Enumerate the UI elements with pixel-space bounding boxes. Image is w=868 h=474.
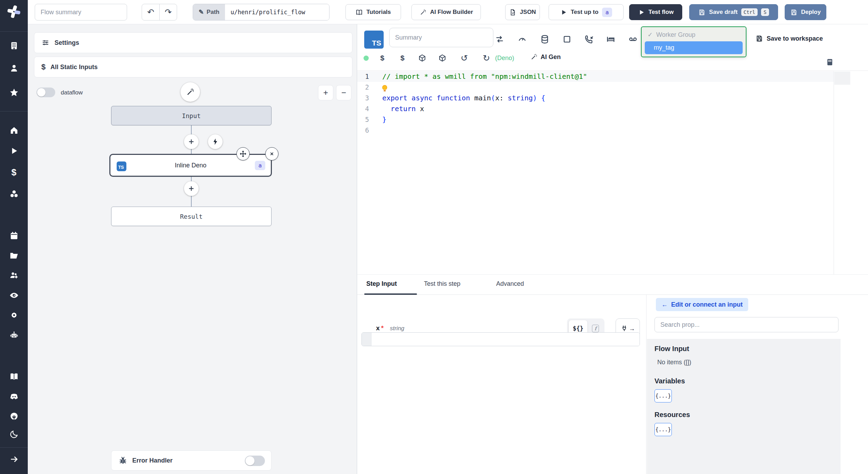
error-handler-card[interactable]: Error Handler bbox=[111, 450, 272, 471]
json-button[interactable]: JSON bbox=[505, 4, 540, 20]
docs-book-icon[interactable] bbox=[6, 368, 22, 385]
plug-icon bbox=[620, 325, 628, 332]
ai-flow-builder-button[interactable]: AI Flow Builder bbox=[411, 4, 481, 20]
workers-robot-icon[interactable] bbox=[6, 327, 22, 343]
dark-mode-moon-icon[interactable] bbox=[6, 426, 22, 442]
settings-gear-icon[interactable] bbox=[6, 307, 22, 323]
result-node-label: Result bbox=[180, 213, 202, 220]
active-tab-underline bbox=[364, 293, 417, 295]
user-icon[interactable] bbox=[6, 60, 22, 76]
path-value-input[interactable] bbox=[225, 4, 329, 20]
cache-database-icon[interactable] bbox=[539, 33, 551, 45]
package-icon[interactable] bbox=[416, 52, 428, 64]
editor-header-divider bbox=[357, 70, 868, 71]
early-stop-square-icon[interactable] bbox=[561, 33, 573, 45]
folders-icon[interactable] bbox=[6, 247, 22, 264]
ai-wand-button[interactable] bbox=[181, 82, 200, 102]
path-label: Path bbox=[207, 9, 219, 16]
reload-icon[interactable]: ↻ bbox=[481, 52, 492, 64]
favorites-star-icon[interactable] bbox=[6, 84, 22, 101]
tutorials-button[interactable]: Tutorials bbox=[345, 4, 401, 20]
variable-dollar-icon[interactable]: $ bbox=[397, 52, 408, 64]
save-to-workspace-button[interactable]: Save to workspace bbox=[756, 35, 823, 42]
save-icon bbox=[756, 35, 763, 42]
trigger-bolt-button[interactable] bbox=[208, 134, 223, 149]
delete-step-button[interactable] bbox=[265, 147, 278, 160]
search-prop-input[interactable] bbox=[654, 317, 838, 332]
deploy-button[interactable]: Deploy bbox=[785, 4, 826, 20]
discord-icon[interactable] bbox=[6, 388, 22, 405]
library-book-icon[interactable] bbox=[824, 56, 836, 68]
mock-pipe-icon[interactable] bbox=[627, 33, 639, 45]
ai-gen-button[interactable]: AI Gen bbox=[530, 53, 561, 61]
flow-summary-input[interactable] bbox=[35, 4, 127, 20]
zoom-out-button[interactable]: − bbox=[336, 85, 351, 100]
expand-sidebar-arrow-icon[interactable] bbox=[6, 451, 22, 467]
worker-group-dropdown: ✓ Worker Group my_tag bbox=[641, 26, 746, 57]
required-asterisk: * bbox=[381, 324, 384, 332]
zoom-in-button[interactable]: + bbox=[318, 85, 333, 100]
step-summary-input[interactable] bbox=[389, 28, 493, 47]
workspace-building-icon[interactable] bbox=[6, 37, 22, 54]
sleep-bed-icon[interactable] bbox=[604, 33, 617, 45]
arrow-right-icon: → bbox=[629, 325, 635, 332]
all-static-inputs-button[interactable]: $ All Static Inputs bbox=[34, 57, 352, 77]
worker-group-option-selected[interactable]: my_tag bbox=[645, 41, 743, 54]
insert-step-button[interactable] bbox=[184, 181, 199, 196]
edit-or-connect-button[interactable]: ← Edit or connect an input bbox=[656, 298, 748, 311]
move-step-handle[interactable] bbox=[236, 147, 250, 160]
variables-dollar-icon[interactable]: $ bbox=[6, 164, 22, 181]
suspend-phone-icon[interactable] bbox=[583, 33, 595, 45]
error-handler-toggle[interactable] bbox=[245, 456, 265, 466]
audit-eye-icon[interactable] bbox=[6, 287, 22, 303]
dataflow-toggle[interactable] bbox=[36, 88, 55, 97]
undo-button[interactable]: ↶ bbox=[142, 4, 159, 20]
insert-step-button[interactable] bbox=[184, 134, 199, 149]
concurrency-gauge-icon[interactable] bbox=[516, 33, 528, 45]
resources-heading: Resources bbox=[654, 411, 690, 419]
input-node[interactable]: Input bbox=[111, 106, 272, 125]
inline-deno-label: Inline Deno bbox=[175, 162, 206, 169]
deno-runtime-label[interactable]: (Deno) bbox=[495, 55, 514, 62]
test-up-to-button[interactable]: Test up to a bbox=[549, 4, 624, 20]
groups-settings-icon[interactable] bbox=[6, 267, 22, 283]
resources-braces-chip[interactable]: {...} bbox=[654, 423, 672, 436]
schedules-calendar-icon[interactable] bbox=[6, 227, 22, 244]
runs-play-icon[interactable] bbox=[6, 142, 22, 159]
field-value-input[interactable] bbox=[372, 333, 640, 346]
path-dollar-icon[interactable]: $ bbox=[376, 52, 388, 64]
redo-button[interactable]: ↷ bbox=[159, 4, 177, 20]
flow-settings-button[interactable]: Settings bbox=[34, 32, 352, 53]
path-chip[interactable]: ✎ Path bbox=[193, 4, 225, 20]
windmill-logo[interactable] bbox=[6, 3, 22, 20]
worker-group-header-label: Worker Group bbox=[656, 31, 695, 39]
package-icon[interactable] bbox=[436, 52, 448, 64]
history-icon[interactable]: ↺ bbox=[458, 52, 470, 64]
result-node[interactable]: Result bbox=[111, 207, 272, 226]
save-draft-button[interactable]: Save draft Ctrl S bbox=[689, 4, 778, 20]
field-grip[interactable] bbox=[362, 333, 372, 346]
flow-input-heading: Flow Input bbox=[654, 345, 689, 353]
deploy-label: Deploy bbox=[801, 9, 821, 16]
retry-icon[interactable] bbox=[493, 33, 506, 45]
tab-advanced[interactable]: Advanced bbox=[496, 280, 524, 288]
flow-panel: Settings $ All Static Inputs dataflow + … bbox=[28, 24, 357, 474]
worker-group-header[interactable]: ✓ Worker Group bbox=[645, 30, 743, 41]
tab-test-this-step[interactable]: Test this step bbox=[424, 280, 460, 288]
test-flow-button[interactable]: Test flow bbox=[629, 4, 682, 20]
close-icon bbox=[268, 150, 276, 158]
minus-icon: − bbox=[341, 88, 346, 98]
test-flow-label: Test flow bbox=[649, 9, 674, 16]
status-dot bbox=[364, 56, 369, 61]
github-icon[interactable] bbox=[6, 408, 22, 424]
step-id-badge: a bbox=[255, 161, 265, 170]
ai-flow-builder-label: AI Flow Builder bbox=[430, 9, 473, 16]
tab-step-input[interactable]: Step Input bbox=[366, 280, 397, 288]
path-group[interactable]: ✎ Path bbox=[193, 4, 329, 20]
field-value-container bbox=[361, 332, 640, 346]
code-lines[interactable]: 1// import * as wmill from "npm:windmill… bbox=[357, 71, 834, 136]
variables-braces-chip[interactable]: {...} bbox=[654, 389, 672, 402]
resources-cubes-icon[interactable] bbox=[6, 185, 22, 202]
home-icon[interactable] bbox=[6, 122, 22, 139]
pencil-icon: ✎ bbox=[199, 8, 204, 16]
